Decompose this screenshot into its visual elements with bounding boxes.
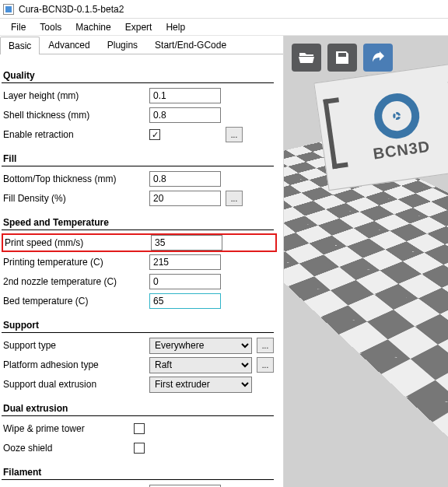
print-temp-label: Printing temperature (C) xyxy=(2,257,149,268)
logo-card: BCN3D xyxy=(313,61,448,191)
menu-help[interactable]: Help xyxy=(159,20,191,34)
share-icon xyxy=(369,48,387,67)
print-speed-input[interactable] xyxy=(151,235,222,251)
enable-retraction-checkbox[interactable] xyxy=(149,129,160,140)
support-type-label: Support type xyxy=(2,340,149,351)
save-icon xyxy=(333,48,352,67)
fill-more-button[interactable]: ... xyxy=(226,191,243,206)
retraction-more-button[interactable]: ... xyxy=(226,127,243,142)
ooze-checkbox[interactable] xyxy=(134,443,145,454)
fill-density-input[interactable] xyxy=(149,191,221,206)
section-quality: Quality xyxy=(2,65,274,83)
section-support: Support xyxy=(2,315,274,333)
window-title: Cura-BCN3D-0.1.5-beta2 xyxy=(19,4,124,15)
fill-density-label: Fill Density (%) xyxy=(2,193,149,204)
tab-bar: Basic Advanced Plugins Start/End-GCode xyxy=(0,36,283,54)
menubar: File Tools Machine Expert Help xyxy=(0,19,448,36)
gear-icon xyxy=(371,90,422,142)
adhesion-select[interactable]: Raft xyxy=(149,357,252,373)
enable-retraction-label: Enable retraction xyxy=(2,129,149,140)
wipe-checkbox[interactable] xyxy=(134,423,145,434)
section-filament: Filament xyxy=(2,462,274,480)
menu-expert[interactable]: Expert xyxy=(119,20,159,34)
support-type-select[interactable]: Everywhere xyxy=(149,338,252,354)
save-gcode-button[interactable] xyxy=(327,44,357,72)
tab-advanced[interactable]: Advanced xyxy=(40,36,98,54)
wipe-label: Wipe & prime tower xyxy=(2,423,134,434)
menu-tools[interactable]: Tools xyxy=(33,20,68,34)
section-speed: Speed and Temperature xyxy=(2,212,274,230)
support-dual-select[interactable]: First extruder xyxy=(149,377,252,393)
print-speed-row-highlight: Print speed (mm/s) xyxy=(2,233,277,252)
share-button[interactable] xyxy=(363,44,393,72)
section-fill: Fill xyxy=(2,149,274,166)
nozzle2-temp-input[interactable] xyxy=(149,274,221,289)
bed-temp-label: Bed temperature (C) xyxy=(2,296,149,307)
menu-file[interactable]: File xyxy=(5,20,32,34)
window-titlebar: Cura-BCN3D-0.1.5-beta2 xyxy=(0,0,448,19)
folder-open-icon xyxy=(297,48,316,67)
logo-bracket-left xyxy=(323,97,348,169)
layer-height-input[interactable] xyxy=(149,88,221,103)
bottomtop-label: Bottom/Top thickness (mm) xyxy=(2,173,149,184)
layer-height-label: Layer height (mm) xyxy=(2,90,149,101)
adhesion-label: Platform adhesion type xyxy=(2,359,149,370)
support-dual-label: Support dual extrusion xyxy=(2,379,149,390)
app-icon xyxy=(3,4,14,15)
shell-thickness-label: Shell thickness (mm) xyxy=(2,110,149,121)
logo-text: BCN3D xyxy=(372,137,431,163)
menu-machine[interactable]: Machine xyxy=(69,20,117,34)
print-speed-label: Print speed (mm/s) xyxy=(3,237,151,248)
tab-startend[interactable]: Start/End-GCode xyxy=(146,36,235,54)
adhesion-more-button[interactable]: ... xyxy=(257,357,274,373)
shell-thickness-input[interactable] xyxy=(149,107,221,123)
support-more-button[interactable]: ... xyxy=(257,338,274,353)
ooze-label: Ooze shield xyxy=(2,443,134,454)
settings-panel: Basic Advanced Plugins Start/End-GCode Q… xyxy=(0,36,284,487)
build-plate xyxy=(284,138,448,487)
load-model-button[interactable] xyxy=(292,44,321,72)
tab-basic[interactable]: Basic xyxy=(0,37,40,54)
viewport[interactable]: BCN3D xyxy=(284,36,448,487)
tab-plugins[interactable]: Plugins xyxy=(99,36,146,54)
print-temp-input[interactable] xyxy=(149,254,221,270)
nozzle2-temp-label: 2nd nozzle temperature (C) xyxy=(2,276,149,287)
section-dual: Dual extrusion xyxy=(2,398,274,416)
bed-temp-input[interactable] xyxy=(149,293,221,309)
bottomtop-input[interactable] xyxy=(149,171,221,187)
viewport-toolbar xyxy=(292,44,393,72)
